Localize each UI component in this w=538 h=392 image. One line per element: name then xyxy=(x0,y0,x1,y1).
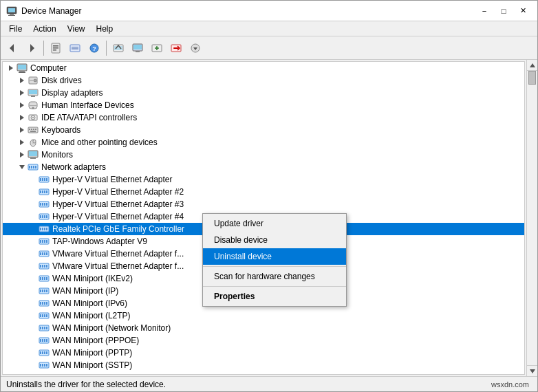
toolbar-display[interactable] xyxy=(129,39,147,57)
context-menu-scan[interactable]: Scan for hardware changes xyxy=(203,268,346,285)
svg-rect-83 xyxy=(40,215,41,218)
tree-icon-wan-sstp xyxy=(39,360,50,371)
tree-label-hid: Human Interface Devices xyxy=(41,100,524,110)
maximize-button[interactable]: □ xyxy=(495,4,513,18)
svg-rect-113 xyxy=(40,290,41,292)
svg-point-44 xyxy=(32,117,34,118)
tree-item-computer[interactable]: Computer xyxy=(3,62,524,74)
toolbar: ? xyxy=(1,36,537,60)
tree-item-wan-pptp[interactable]: WAN Miniport (PPTP) xyxy=(3,347,524,359)
tree-item-keyboards[interactable]: Keyboards xyxy=(3,124,524,136)
tree-item-wan-l2tp[interactable]: WAN Miniport (L2TP) xyxy=(3,309,524,322)
tree-expand-hid[interactable] xyxy=(17,100,28,111)
toolbar-remove[interactable] xyxy=(167,39,185,57)
tree-expand-monitors[interactable] xyxy=(17,149,28,160)
tree-expand-ide[interactable] xyxy=(17,112,28,123)
tree-expand-disk-drives[interactable] xyxy=(17,75,28,86)
menu-file[interactable]: File xyxy=(3,23,28,35)
svg-rect-111 xyxy=(46,277,47,280)
tree-item-network-adapters[interactable]: Network adapters xyxy=(3,161,524,173)
context-menu-disable-device[interactable]: Disable device xyxy=(203,232,346,248)
tree-view[interactable]: ComputerDisk drivesDisplay adaptersHuman… xyxy=(2,61,525,375)
svg-rect-143 xyxy=(40,364,41,367)
toolbar-properties[interactable] xyxy=(47,39,65,57)
svg-marker-45 xyxy=(20,127,24,133)
tree-item-hid[interactable]: Human Interface Devices xyxy=(3,99,524,111)
tree-item-ide[interactable]: IDE ATA/ATAPI controllers xyxy=(3,111,524,124)
svg-rect-146 xyxy=(46,364,47,367)
tree-item-hyper-v-3[interactable]: Hyper-V Virtual Ethernet Adapter #3 xyxy=(3,198,524,210)
menu-action[interactable]: Action xyxy=(28,23,61,35)
tree-expand-network-adapters[interactable] xyxy=(17,162,28,173)
tree-item-wan-pppoe[interactable]: WAN Miniport (PPPOE) xyxy=(3,334,524,347)
svg-rect-95 xyxy=(44,240,45,243)
svg-rect-118 xyxy=(40,302,41,305)
svg-marker-61 xyxy=(19,165,25,169)
svg-marker-52 xyxy=(20,140,24,145)
svg-rect-80 xyxy=(44,203,45,206)
tree-expand-display-adapters[interactable] xyxy=(17,87,28,98)
svg-rect-131 xyxy=(46,327,47,329)
svg-rect-10 xyxy=(70,45,80,52)
svg-rect-104 xyxy=(42,265,43,268)
tree-item-wan-netmon[interactable]: WAN Miniport (Network Monitor) xyxy=(3,322,524,334)
svg-rect-28 xyxy=(19,72,25,73)
tree-expand-wan-netmon xyxy=(28,323,39,334)
toolbar-forward[interactable] xyxy=(23,39,41,57)
tree-item-hyper-v-2[interactable]: Hyper-V Virtual Ethernet Adapter #2 xyxy=(3,186,524,198)
tree-item-monitors[interactable]: Monitors xyxy=(3,149,524,161)
svg-rect-76 xyxy=(46,190,47,193)
tree-item-hyper-v-1[interactable]: Hyper-V Virtual Ethernet Adapter xyxy=(3,173,524,186)
menu-help[interactable]: Help xyxy=(91,23,119,35)
tree-icon-wan-ikev2 xyxy=(39,273,50,284)
svg-rect-116 xyxy=(46,290,47,292)
context-menu-uninstall-device[interactable]: Uninstall device xyxy=(203,248,346,265)
context-menu-update-driver[interactable]: Update driver xyxy=(203,215,346,232)
tree-label-hyper-v-2: Hyper-V Virtual Ethernet Adapter #2 xyxy=(52,187,524,197)
svg-rect-126 xyxy=(46,314,47,317)
svg-rect-90 xyxy=(44,228,45,230)
svg-rect-100 xyxy=(44,252,45,255)
tree-expand-keyboards[interactable] xyxy=(17,124,28,135)
minimize-button[interactable]: − xyxy=(475,4,493,18)
tree-icon-hid xyxy=(28,100,39,111)
tree-icon-disk-drives xyxy=(28,75,39,86)
toolbar-scan-hardware[interactable] xyxy=(109,39,127,57)
toolbar-down[interactable] xyxy=(186,39,204,57)
tree-icon-wan-ip xyxy=(39,285,50,296)
svg-point-40 xyxy=(32,107,34,109)
tree-label-hyper-v-3: Hyper-V Virtual Ethernet Adapter #3 xyxy=(52,199,524,209)
close-button[interactable]: ✕ xyxy=(514,4,532,18)
tree-item-wan-sstp[interactable]: WAN Miniport (SSTP) xyxy=(3,359,524,371)
svg-rect-140 xyxy=(44,351,45,354)
scrollbar-up[interactable] xyxy=(527,60,537,71)
svg-rect-65 xyxy=(33,166,34,168)
svg-rect-133 xyxy=(40,339,41,342)
tree-label-ports: Ports (COM & LPT) xyxy=(41,373,524,375)
tree-item-display-adapters[interactable]: Display adapters xyxy=(3,87,524,99)
tree-item-disk-drives[interactable]: Disk drives xyxy=(3,74,524,87)
menu-view[interactable]: View xyxy=(62,23,91,35)
svg-rect-18 xyxy=(133,45,142,50)
toolbar-help[interactable]: ? xyxy=(85,39,103,57)
svg-rect-27 xyxy=(19,71,25,72)
tree-expand-vmware-2 xyxy=(28,261,39,272)
toolbar-update-driver[interactable] xyxy=(66,39,84,57)
tree-expand-computer[interactable] xyxy=(6,63,17,74)
tree-item-ports[interactable]: Ports (COM & LPT) xyxy=(3,371,524,375)
toolbar-back[interactable] xyxy=(3,39,21,57)
scrollbar-down[interactable] xyxy=(527,365,537,376)
context-menu-properties[interactable]: Properties xyxy=(203,288,346,305)
svg-rect-35 xyxy=(29,90,37,94)
tree-item-mice[interactable]: Mice and other pointing devices xyxy=(3,136,524,149)
svg-rect-1 xyxy=(8,8,15,12)
svg-rect-2 xyxy=(10,14,14,15)
menu-bar: File Action View Help xyxy=(1,21,537,36)
tree-expand-mice[interactable] xyxy=(17,137,28,148)
scrollbar-track[interactable] xyxy=(526,60,537,376)
toolbar-add[interactable] xyxy=(148,39,166,57)
tree-expand-ports[interactable] xyxy=(17,372,28,375)
svg-rect-70 xyxy=(44,178,45,181)
scrollbar-thumb[interactable] xyxy=(528,71,536,85)
svg-rect-78 xyxy=(40,203,41,206)
